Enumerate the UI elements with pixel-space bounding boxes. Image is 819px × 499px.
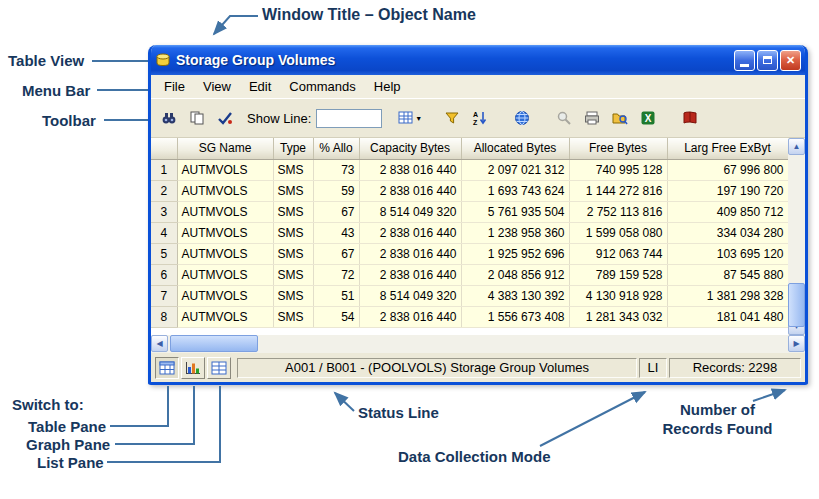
column-header[interactable]: Capacity Bytes — [359, 138, 461, 159]
export-excel-button[interactable]: X — [634, 104, 662, 132]
copy-button[interactable] — [183, 104, 211, 132]
scroll-right-button[interactable]: ▶ — [788, 335, 805, 352]
table-cell[interactable]: 1 693 743 624 — [461, 180, 569, 201]
table-pane-button[interactable] — [155, 357, 179, 379]
table-cell[interactable]: AUTMVOLS — [177, 222, 273, 243]
table-cell[interactable]: 4 383 130 392 — [461, 285, 569, 306]
close-button[interactable]: ✕ — [780, 50, 801, 71]
table-cell[interactable]: AUTMVOLS — [177, 180, 273, 201]
vertical-scrollbar[interactable]: ▲ ▼ — [788, 138, 805, 335]
row-number-cell[interactable]: 4 — [151, 222, 177, 243]
list-pane-button[interactable] — [207, 357, 231, 379]
table-cell[interactable]: SMS — [273, 285, 313, 306]
show-line-input[interactable] — [316, 109, 382, 128]
table-cell[interactable]: SMS — [273, 222, 313, 243]
table-cell[interactable]: 1 599 058 080 — [569, 222, 667, 243]
table-row[interactable]: 5AUTMVOLSSMS672 838 016 4401 925 952 696… — [151, 243, 788, 264]
table-cell[interactable]: SMS — [273, 201, 313, 222]
table-cell[interactable]: 912 063 744 — [569, 243, 667, 264]
table-cell[interactable]: 4 130 918 928 — [569, 285, 667, 306]
table-cell[interactable]: 1 925 952 696 — [461, 243, 569, 264]
globe-button[interactable] — [508, 104, 536, 132]
minimize-button[interactable] — [734, 50, 755, 71]
table-cell[interactable]: 51 — [313, 285, 359, 306]
checkmark-button[interactable] — [211, 104, 239, 132]
table-row[interactable]: 6AUTMVOLSSMS722 838 016 4402 048 856 912… — [151, 264, 788, 285]
table-cell[interactable]: 1 381 298 328 — [667, 285, 788, 306]
table-cell[interactable]: AUTMVOLS — [177, 306, 273, 327]
table-cell[interactable]: 1 238 958 360 — [461, 222, 569, 243]
table-cell[interactable]: 197 190 720 — [667, 180, 788, 201]
table-cell[interactable]: SMS — [273, 159, 313, 180]
preview-button[interactable] — [606, 104, 634, 132]
row-number-cell[interactable]: 7 — [151, 285, 177, 306]
table-cell[interactable]: 87 545 880 — [667, 264, 788, 285]
menu-file[interactable]: File — [155, 77, 194, 96]
title-bar[interactable]: Storage Group Volumes ✕ — [151, 45, 805, 75]
table-cell[interactable]: 409 850 712 — [667, 201, 788, 222]
filter-button[interactable] — [438, 104, 466, 132]
table-cell[interactable]: AUTMVOLS — [177, 243, 273, 264]
table-cell[interactable]: 67 — [313, 201, 359, 222]
row-number-cell[interactable]: 2 — [151, 180, 177, 201]
print-button[interactable] — [578, 104, 606, 132]
table-cell[interactable]: 2 048 856 912 — [461, 264, 569, 285]
table-cell[interactable]: 2 752 113 816 — [569, 201, 667, 222]
table-cell[interactable]: AUTMVOLS — [177, 285, 273, 306]
table-cell[interactable]: SMS — [273, 180, 313, 201]
table-cell[interactable]: 8 514 049 320 — [359, 285, 461, 306]
table-cell[interactable]: 8 514 049 320 — [359, 201, 461, 222]
column-header[interactable]: Free Bytes — [569, 138, 667, 159]
maximize-button[interactable] — [757, 50, 778, 71]
graph-pane-button[interactable] — [181, 357, 205, 379]
table-cell[interactable]: 2 097 021 312 — [461, 159, 569, 180]
menu-view[interactable]: View — [194, 77, 240, 96]
table-cell[interactable]: 67 996 800 — [667, 159, 788, 180]
table-cell[interactable]: SMS — [273, 306, 313, 327]
table-cell[interactable]: 54 — [313, 306, 359, 327]
table-cell[interactable]: 2 838 016 440 — [359, 180, 461, 201]
vertical-scroll-thumb[interactable] — [788, 283, 805, 327]
table-cell[interactable]: 59 — [313, 180, 359, 201]
table-cell[interactable]: 1 281 343 032 — [569, 306, 667, 327]
table-row[interactable]: 4AUTMVOLSSMS432 838 016 4401 238 958 360… — [151, 222, 788, 243]
table-row[interactable]: 1AUTMVOLSSMS732 838 016 4402 097 021 312… — [151, 159, 788, 180]
table-row[interactable]: 3AUTMVOLSSMS678 514 049 3205 761 935 504… — [151, 201, 788, 222]
table-cell[interactable]: 72 — [313, 264, 359, 285]
table-cell[interactable]: 1 144 272 816 — [569, 180, 667, 201]
horizontal-scrollbar[interactable]: ◀ ▶ — [151, 335, 805, 353]
table-cell[interactable]: 73 — [313, 159, 359, 180]
menu-commands[interactable]: Commands — [280, 77, 364, 96]
table-cell[interactable]: 2 838 016 440 — [359, 264, 461, 285]
column-header[interactable]: Type — [273, 138, 313, 159]
row-number-cell[interactable]: 6 — [151, 264, 177, 285]
table-cell[interactable]: AUTMVOLS — [177, 201, 273, 222]
menu-help[interactable]: Help — [365, 77, 410, 96]
table-row[interactable]: 7AUTMVOLSSMS518 514 049 3204 383 130 392… — [151, 285, 788, 306]
table-cell[interactable]: 67 — [313, 243, 359, 264]
table-row[interactable]: 2AUTMVOLSSMS592 838 016 4401 693 743 624… — [151, 180, 788, 201]
column-header[interactable]: SG Name — [177, 138, 273, 159]
menu-edit[interactable]: Edit — [240, 77, 280, 96]
scroll-up-button[interactable]: ▲ — [788, 138, 805, 155]
table-cell[interactable]: AUTMVOLS — [177, 264, 273, 285]
table-cell[interactable]: AUTMVOLS — [177, 159, 273, 180]
help-book-button[interactable] — [676, 104, 704, 132]
table-cell[interactable]: SMS — [273, 243, 313, 264]
scroll-left-button[interactable]: ◀ — [151, 335, 168, 352]
binoculars-button[interactable] — [155, 104, 183, 132]
row-number-cell[interactable]: 3 — [151, 201, 177, 222]
table-cell[interactable]: 2 838 016 440 — [359, 222, 461, 243]
horizontal-scroll-track[interactable] — [168, 335, 788, 353]
column-header[interactable]: Larg Free ExByt — [667, 138, 788, 159]
table-cell[interactable]: 2 838 016 440 — [359, 243, 461, 264]
table-cell[interactable]: 5 761 935 504 — [461, 201, 569, 222]
table-cell[interactable]: 2 838 016 440 — [359, 159, 461, 180]
vertical-scroll-track[interactable] — [788, 155, 805, 318]
table-cell[interactable]: 103 695 120 — [667, 243, 788, 264]
row-number-cell[interactable]: 5 — [151, 243, 177, 264]
row-number-cell[interactable]: 8 — [151, 306, 177, 327]
row-number-cell[interactable]: 1 — [151, 159, 177, 180]
grid-dropdown-button[interactable]: ▼ — [390, 104, 430, 132]
column-header[interactable]: Allocated Bytes — [461, 138, 569, 159]
